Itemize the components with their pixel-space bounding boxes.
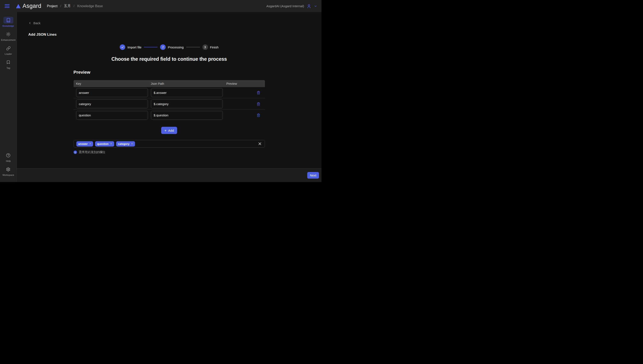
logo-triangle-icon — [16, 4, 21, 8]
step-import-file: Import file — [120, 44, 141, 50]
sidebar-label: Knowledge — [3, 25, 14, 27]
delete-row-button[interactable] — [256, 102, 261, 106]
table-row — [74, 87, 265, 98]
step-connector — [186, 47, 200, 47]
column-header-json-path: Json Path — [151, 82, 227, 85]
table-header: Key Json Path Preview — [74, 80, 265, 87]
chip-label: category — [118, 142, 129, 146]
footer-bar: Next — [17, 168, 321, 182]
table-row — [74, 110, 265, 121]
field-select-input[interactable]: answer ✕ question ✕ category ✕ — [74, 140, 265, 148]
breadcrumb-project[interactable]: Project — [47, 4, 58, 8]
json-path-input[interactable] — [151, 111, 223, 120]
step-2-indicator: 2 — [160, 44, 166, 50]
back-button[interactable]: Back — [28, 21, 40, 25]
book-icon — [4, 17, 14, 24]
info-icon: i — [74, 150, 77, 154]
key-input[interactable] — [76, 88, 148, 97]
breadcrumb-separator: / — [60, 4, 61, 8]
step-1-check-icon — [120, 44, 125, 50]
account-name: AsgardAI (Asgard Internal) — [266, 4, 304, 8]
trash-icon — [257, 114, 260, 117]
hint-row: i 選擇用於識別的欄位 — [74, 150, 265, 154]
sidebar-item-knowledge[interactable]: Knowledge — [3, 17, 14, 27]
json-path-input[interactable] — [151, 100, 223, 108]
sidebar-item-help[interactable]: Help — [3, 152, 13, 162]
user-icon[interactable] — [307, 4, 311, 8]
chip-remove-icon[interactable]: ✕ — [110, 142, 112, 145]
step-3-indicator: 3 — [202, 44, 208, 50]
sidebar: Knowledge Enhancement Loader — [0, 12, 17, 182]
section-heading: Choose the required field to continue th… — [17, 56, 321, 62]
sidebar-item-enhancement[interactable]: Enhancement — [1, 31, 16, 41]
trash-icon — [257, 91, 260, 94]
gear-icon — [3, 166, 13, 173]
breadcrumb-month[interactable]: 五月 — [64, 4, 71, 8]
chip-remove-icon[interactable]: ✕ — [131, 142, 133, 145]
chip-label: answer — [78, 142, 88, 146]
sidebar-item-tag[interactable]: Tag — [4, 59, 14, 69]
menu-icon[interactable] — [5, 4, 10, 8]
top-navbar: Asgard Project / 五月 / Knowledge Base Asg… — [0, 0, 321, 12]
chip-label: question — [97, 142, 108, 146]
help-circle-icon — [3, 152, 13, 159]
mapping-table: Key Json Path Preview — [74, 80, 265, 121]
trash-icon — [257, 102, 260, 106]
app-window: Asgard Project / 五月 / Knowledge Base Asg… — [0, 0, 321, 182]
chevron-left-icon — [28, 22, 32, 25]
chip-answer: answer ✕ — [76, 141, 93, 146]
column-header-preview: Preview — [227, 82, 265, 85]
hint-text: 選擇用於識別的欄位 — [79, 150, 105, 154]
add-button[interactable]: + Add — [161, 127, 177, 134]
chip-question: question ✕ — [95, 141, 114, 146]
sidebar-label: Tag — [6, 67, 10, 69]
sidebar-label: Workspace — [3, 174, 14, 176]
link-icon — [4, 45, 14, 52]
clear-all-button[interactable] — [258, 142, 262, 146]
sidebar-label: Loader — [5, 53, 12, 55]
step-finish: 3 Finish — [202, 44, 219, 50]
app-logo[interactable]: Asgard — [16, 3, 42, 9]
add-button-label: Add — [168, 129, 174, 132]
delete-row-button[interactable] — [256, 90, 261, 95]
preview-title: Preview — [74, 70, 265, 75]
table-row — [74, 98, 265, 110]
sidebar-item-workspace[interactable]: Workspace — [3, 166, 14, 176]
chip-remove-icon[interactable]: ✕ — [89, 142, 91, 145]
breadcrumb-separator: / — [74, 4, 74, 8]
main-content: Back Add JSON Lines Import file 2 Proces… — [17, 12, 321, 182]
next-button[interactable]: Next — [307, 172, 319, 178]
bookmark-icon — [4, 59, 14, 66]
sun-icon — [3, 31, 13, 38]
plus-icon: + — [164, 129, 166, 132]
step-3-label: Finish — [210, 46, 219, 49]
column-header-key: Key — [76, 82, 151, 85]
step-connector — [144, 47, 158, 47]
chevron-down-icon[interactable] — [314, 4, 317, 8]
delete-row-button[interactable] — [256, 113, 261, 118]
json-path-input[interactable] — [151, 88, 223, 97]
sidebar-label: Enhancement — [1, 39, 16, 41]
key-input[interactable] — [76, 100, 148, 108]
step-processing: 2 Processing — [160, 44, 183, 50]
back-label: Back — [33, 21, 40, 25]
breadcrumb: Project / 五月 / Knowledge Base — [47, 4, 103, 8]
step-1-label: Import file — [127, 46, 141, 49]
sidebar-label: Help — [6, 160, 11, 162]
logo-text: Asgard — [23, 3, 42, 9]
close-icon — [258, 142, 262, 146]
key-input[interactable] — [76, 111, 148, 120]
chip-category: category ✕ — [116, 141, 135, 146]
stepper: Import file 2 Processing 3 Finish — [17, 44, 321, 50]
step-2-label: Processing — [168, 46, 183, 49]
sidebar-item-loader[interactable]: Loader — [4, 45, 14, 55]
page-title: Add JSON Lines — [28, 32, 321, 37]
breadcrumb-knowledge-base[interactable]: Knowledge Base — [77, 4, 103, 8]
